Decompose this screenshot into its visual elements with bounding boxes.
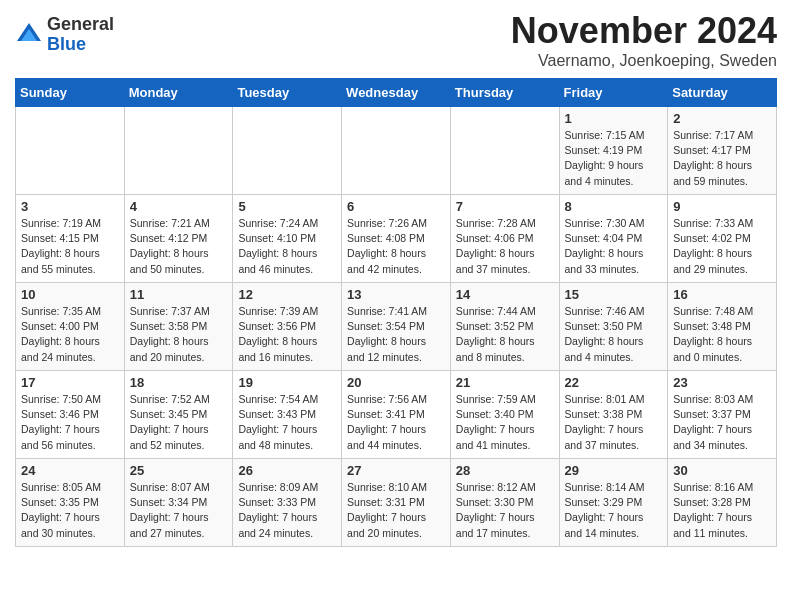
calendar-cell: 10Sunrise: 7:35 AM Sunset: 4:00 PM Dayli… bbox=[16, 283, 125, 371]
day-info: Sunrise: 7:44 AM Sunset: 3:52 PM Dayligh… bbox=[456, 304, 554, 365]
calendar-cell: 30Sunrise: 8:16 AM Sunset: 3:28 PM Dayli… bbox=[668, 459, 777, 547]
calendar-cell: 22Sunrise: 8:01 AM Sunset: 3:38 PM Dayli… bbox=[559, 371, 668, 459]
day-info: Sunrise: 7:17 AM Sunset: 4:17 PM Dayligh… bbox=[673, 128, 771, 189]
calendar-cell: 2Sunrise: 7:17 AM Sunset: 4:17 PM Daylig… bbox=[668, 107, 777, 195]
header-row: SundayMondayTuesdayWednesdayThursdayFrid… bbox=[16, 79, 777, 107]
day-number: 24 bbox=[21, 463, 119, 478]
calendar-table: SundayMondayTuesdayWednesdayThursdayFrid… bbox=[15, 78, 777, 547]
logo-icon bbox=[15, 21, 43, 49]
day-info: Sunrise: 8:07 AM Sunset: 3:34 PM Dayligh… bbox=[130, 480, 228, 541]
calendar-cell: 12Sunrise: 7:39 AM Sunset: 3:56 PM Dayli… bbox=[233, 283, 342, 371]
calendar-cell: 3Sunrise: 7:19 AM Sunset: 4:15 PM Daylig… bbox=[16, 195, 125, 283]
day-info: Sunrise: 8:01 AM Sunset: 3:38 PM Dayligh… bbox=[565, 392, 663, 453]
day-info: Sunrise: 7:33 AM Sunset: 4:02 PM Dayligh… bbox=[673, 216, 771, 277]
day-number: 22 bbox=[565, 375, 663, 390]
day-info: Sunrise: 7:24 AM Sunset: 4:10 PM Dayligh… bbox=[238, 216, 336, 277]
day-number: 3 bbox=[21, 199, 119, 214]
day-number: 14 bbox=[456, 287, 554, 302]
day-info: Sunrise: 7:30 AM Sunset: 4:04 PM Dayligh… bbox=[565, 216, 663, 277]
day-info: Sunrise: 7:37 AM Sunset: 3:58 PM Dayligh… bbox=[130, 304, 228, 365]
logo: General Blue bbox=[15, 15, 114, 55]
day-number: 23 bbox=[673, 375, 771, 390]
calendar-body: 1Sunrise: 7:15 AM Sunset: 4:19 PM Daylig… bbox=[16, 107, 777, 547]
day-info: Sunrise: 7:35 AM Sunset: 4:00 PM Dayligh… bbox=[21, 304, 119, 365]
day-number: 18 bbox=[130, 375, 228, 390]
calendar-cell: 19Sunrise: 7:54 AM Sunset: 3:43 PM Dayli… bbox=[233, 371, 342, 459]
day-info: Sunrise: 8:16 AM Sunset: 3:28 PM Dayligh… bbox=[673, 480, 771, 541]
day-info: Sunrise: 7:15 AM Sunset: 4:19 PM Dayligh… bbox=[565, 128, 663, 189]
day-info: Sunrise: 7:41 AM Sunset: 3:54 PM Dayligh… bbox=[347, 304, 445, 365]
day-number: 7 bbox=[456, 199, 554, 214]
calendar-cell bbox=[342, 107, 451, 195]
day-number: 9 bbox=[673, 199, 771, 214]
calendar-cell bbox=[16, 107, 125, 195]
calendar-cell: 13Sunrise: 7:41 AM Sunset: 3:54 PM Dayli… bbox=[342, 283, 451, 371]
day-number: 8 bbox=[565, 199, 663, 214]
day-info: Sunrise: 7:48 AM Sunset: 3:48 PM Dayligh… bbox=[673, 304, 771, 365]
day-info: Sunrise: 8:05 AM Sunset: 3:35 PM Dayligh… bbox=[21, 480, 119, 541]
logo-general-text: General bbox=[47, 15, 114, 35]
day-number: 28 bbox=[456, 463, 554, 478]
day-number: 26 bbox=[238, 463, 336, 478]
day-number: 10 bbox=[21, 287, 119, 302]
day-number: 5 bbox=[238, 199, 336, 214]
day-info: Sunrise: 7:28 AM Sunset: 4:06 PM Dayligh… bbox=[456, 216, 554, 277]
day-number: 11 bbox=[130, 287, 228, 302]
day-info: Sunrise: 7:26 AM Sunset: 4:08 PM Dayligh… bbox=[347, 216, 445, 277]
header-wednesday: Wednesday bbox=[342, 79, 451, 107]
week-row-1: 1Sunrise: 7:15 AM Sunset: 4:19 PM Daylig… bbox=[16, 107, 777, 195]
day-number: 1 bbox=[565, 111, 663, 126]
day-number: 27 bbox=[347, 463, 445, 478]
header-monday: Monday bbox=[124, 79, 233, 107]
calendar-header: SundayMondayTuesdayWednesdayThursdayFrid… bbox=[16, 79, 777, 107]
calendar-cell: 18Sunrise: 7:52 AM Sunset: 3:45 PM Dayli… bbox=[124, 371, 233, 459]
calendar-cell: 8Sunrise: 7:30 AM Sunset: 4:04 PM Daylig… bbox=[559, 195, 668, 283]
title-area: November 2024 Vaernamo, Joenkoeping, Swe… bbox=[511, 10, 777, 70]
header-sunday: Sunday bbox=[16, 79, 125, 107]
day-info: Sunrise: 7:56 AM Sunset: 3:41 PM Dayligh… bbox=[347, 392, 445, 453]
calendar-cell: 5Sunrise: 7:24 AM Sunset: 4:10 PM Daylig… bbox=[233, 195, 342, 283]
day-number: 20 bbox=[347, 375, 445, 390]
day-info: Sunrise: 8:09 AM Sunset: 3:33 PM Dayligh… bbox=[238, 480, 336, 541]
day-info: Sunrise: 7:59 AM Sunset: 3:40 PM Dayligh… bbox=[456, 392, 554, 453]
calendar-cell: 21Sunrise: 7:59 AM Sunset: 3:40 PM Dayli… bbox=[450, 371, 559, 459]
day-info: Sunrise: 8:03 AM Sunset: 3:37 PM Dayligh… bbox=[673, 392, 771, 453]
calendar-cell: 20Sunrise: 7:56 AM Sunset: 3:41 PM Dayli… bbox=[342, 371, 451, 459]
header-tuesday: Tuesday bbox=[233, 79, 342, 107]
calendar-cell: 16Sunrise: 7:48 AM Sunset: 3:48 PM Dayli… bbox=[668, 283, 777, 371]
day-number: 29 bbox=[565, 463, 663, 478]
day-info: Sunrise: 7:21 AM Sunset: 4:12 PM Dayligh… bbox=[130, 216, 228, 277]
day-info: Sunrise: 7:39 AM Sunset: 3:56 PM Dayligh… bbox=[238, 304, 336, 365]
header-thursday: Thursday bbox=[450, 79, 559, 107]
day-number: 21 bbox=[456, 375, 554, 390]
day-number: 17 bbox=[21, 375, 119, 390]
month-title: November 2024 bbox=[511, 10, 777, 52]
day-number: 30 bbox=[673, 463, 771, 478]
day-number: 6 bbox=[347, 199, 445, 214]
calendar-cell: 4Sunrise: 7:21 AM Sunset: 4:12 PM Daylig… bbox=[124, 195, 233, 283]
day-number: 12 bbox=[238, 287, 336, 302]
week-row-2: 3Sunrise: 7:19 AM Sunset: 4:15 PM Daylig… bbox=[16, 195, 777, 283]
day-number: 13 bbox=[347, 287, 445, 302]
calendar-cell bbox=[233, 107, 342, 195]
header-friday: Friday bbox=[559, 79, 668, 107]
logo-text: General Blue bbox=[47, 15, 114, 55]
day-info: Sunrise: 7:46 AM Sunset: 3:50 PM Dayligh… bbox=[565, 304, 663, 365]
calendar-cell: 26Sunrise: 8:09 AM Sunset: 3:33 PM Dayli… bbox=[233, 459, 342, 547]
calendar-cell: 28Sunrise: 8:12 AM Sunset: 3:30 PM Dayli… bbox=[450, 459, 559, 547]
calendar-cell: 15Sunrise: 7:46 AM Sunset: 3:50 PM Dayli… bbox=[559, 283, 668, 371]
calendar-cell: 25Sunrise: 8:07 AM Sunset: 3:34 PM Dayli… bbox=[124, 459, 233, 547]
calendar-cell: 29Sunrise: 8:14 AM Sunset: 3:29 PM Dayli… bbox=[559, 459, 668, 547]
calendar-cell: 23Sunrise: 8:03 AM Sunset: 3:37 PM Dayli… bbox=[668, 371, 777, 459]
day-number: 25 bbox=[130, 463, 228, 478]
day-number: 16 bbox=[673, 287, 771, 302]
logo-blue-text: Blue bbox=[47, 35, 114, 55]
day-number: 2 bbox=[673, 111, 771, 126]
day-info: Sunrise: 7:19 AM Sunset: 4:15 PM Dayligh… bbox=[21, 216, 119, 277]
calendar-cell: 7Sunrise: 7:28 AM Sunset: 4:06 PM Daylig… bbox=[450, 195, 559, 283]
day-info: Sunrise: 8:12 AM Sunset: 3:30 PM Dayligh… bbox=[456, 480, 554, 541]
calendar-cell: 1Sunrise: 7:15 AM Sunset: 4:19 PM Daylig… bbox=[559, 107, 668, 195]
day-number: 19 bbox=[238, 375, 336, 390]
location-title: Vaernamo, Joenkoeping, Sweden bbox=[511, 52, 777, 70]
day-info: Sunrise: 8:14 AM Sunset: 3:29 PM Dayligh… bbox=[565, 480, 663, 541]
